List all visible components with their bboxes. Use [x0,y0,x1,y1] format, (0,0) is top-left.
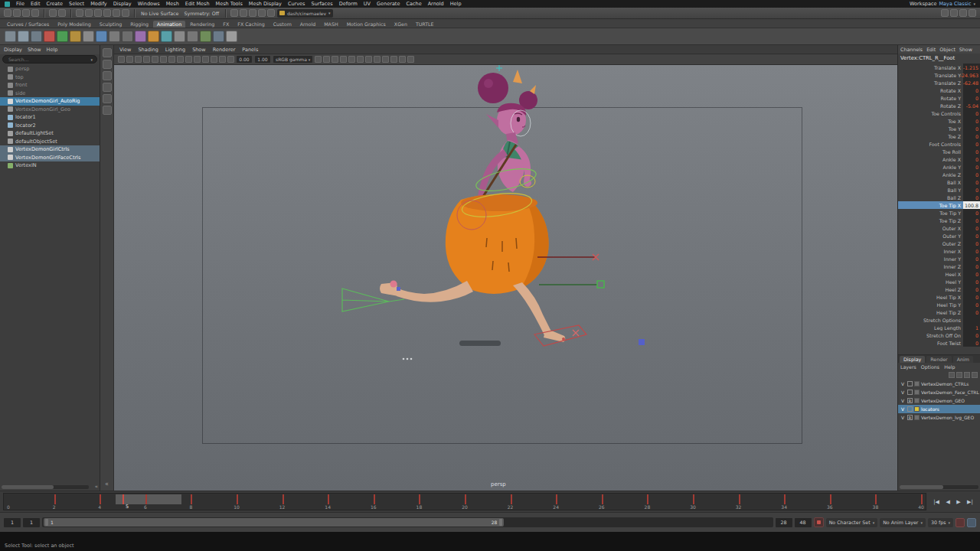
safe-title-icon[interactable] [227,56,234,63]
shelf-constraint-icon[interactable] [135,31,146,42]
channel-row[interactable]: Toe Tip X 100.8 [898,201,980,209]
channel-row[interactable]: Leg Length 1 [898,324,980,331]
channel-row[interactable]: Translate Z -62.48 [898,79,980,86]
channel-value[interactable]: 0 [963,155,980,163]
channel-label[interactable]: Heel Y [898,279,963,285]
channel-row[interactable]: Rotate Z -5.04 [898,102,980,109]
world-control-handle[interactable] [639,339,645,345]
set-key-button[interactable] [814,517,824,527]
outliner-search-input[interactable] [7,56,90,63]
snap-projected-center-icon[interactable] [103,9,111,17]
safe-action-icon[interactable] [219,56,226,63]
layer-visibility-toggle[interactable]: V [900,406,906,412]
channel-value[interactable]: 100.8 [963,201,980,209]
keyframe-tick[interactable] [830,494,831,504]
playhead[interactable] [122,494,124,504]
outliner-scrollbar[interactable] [2,485,89,489]
channel-row[interactable]: Heel Tip Z 0 [898,308,980,316]
channel-value[interactable]: 0 [963,140,980,148]
channel-row[interactable]: Inner Z 0 [898,262,980,270]
channel-label[interactable]: Ankle Y [898,165,963,170]
channel-value[interactable]: 0 [963,217,980,224]
channel-value[interactable]: 0 [963,224,980,232]
gamma-field[interactable]: 1.00 [255,56,270,63]
channel-value[interactable]: 0 [963,331,980,339]
channel-row[interactable]: Toe Controls 0 [898,109,980,117]
menubar-item[interactable]: Help [450,1,462,7]
snap-curve-icon[interactable] [85,9,93,17]
xray-icon[interactable] [399,56,406,63]
layer-color-swatch[interactable] [914,406,920,412]
shadows-icon[interactable] [348,56,355,63]
panel-collapse-icon[interactable]: « [105,481,109,487]
range-slider-track[interactable]: 1 28 [42,517,773,527]
keyframe-tick[interactable] [465,494,466,504]
keyframe-tick[interactable] [556,494,557,504]
isolate-select-icon[interactable] [390,56,397,63]
keyframe-tick[interactable] [419,494,420,504]
channel-value[interactable]: 0 [963,132,980,140]
channel-row[interactable]: Foot Twist 0 [898,339,980,347]
layer-color-swatch[interactable] [914,381,920,386]
menubar-item[interactable]: Surfaces [312,1,333,7]
shelf-ik-handle-icon[interactable] [148,31,159,42]
menubar-item[interactable]: Select [69,1,84,7]
shelf-time-editor-icon[interactable] [122,31,133,42]
channel-value[interactable]: 0 [963,278,980,285]
channel-label[interactable]: Toe Tip Z [898,218,963,223]
channel-row[interactable]: Inner X 0 [898,247,980,255]
motion-blur-icon[interactable] [365,56,372,63]
channel-row[interactable]: Heel Tip X 0 [898,293,980,301]
outliner-item[interactable]: VertexIN [0,161,100,170]
channel-row[interactable]: Foot Controls 0 [898,140,980,148]
layer-display-type-toggle[interactable] [907,406,913,412]
use-all-lights-icon[interactable] [340,56,347,63]
menubar-item[interactable]: Curves [288,1,305,7]
channel-row[interactable]: Ankle Z 0 [898,171,980,178]
new-scene-icon[interactable] [13,9,21,17]
outliner-item[interactable]: locator2 [0,122,100,130]
layer-visibility-toggle[interactable]: V [900,415,906,420]
channel-value[interactable]: 0 [963,186,980,194]
channel-value[interactable]: 0 [963,301,980,308]
menubar-item[interactable]: Edit [31,1,41,7]
shelf-set-breakdown-icon[interactable] [57,31,68,42]
panel-menu-item[interactable]: Renderer [213,47,236,53]
channel-value[interactable]: 0 [963,308,980,316]
viewport-canvas[interactable]: persp [114,65,897,491]
channel-label[interactable]: Toe Z [898,134,963,139]
keyframe-tick[interactable] [191,494,192,504]
image-plane-icon[interactable] [152,56,158,63]
menubar-item[interactable]: Display [113,1,132,7]
channel-value[interactable]: 0 [963,293,980,301]
make-live-icon[interactable] [122,9,129,17]
channel-row[interactable]: Toe Roll 0 [898,148,980,155]
fps-menu[interactable]: 30 fps ▾ [928,518,953,527]
outliner-item[interactable]: front [0,81,100,90]
rotate-tool-icon[interactable] [103,94,112,103]
move-tool-icon[interactable] [103,83,112,92]
select-tool-icon[interactable] [103,48,112,57]
shelf-tab[interactable]: Sculpting [96,21,126,28]
head-control-marker[interactable] [496,65,502,71]
select-camera-icon[interactable] [118,56,125,63]
channel-row[interactable]: Heel Y 0 [898,278,980,285]
save-scene-icon[interactable] [31,9,39,17]
layer-row[interactable]: V locators [898,405,980,413]
two-d-pan-zoom-icon[interactable] [160,56,167,63]
channel-value[interactable]: 0 [963,163,980,171]
channel-label[interactable]: Toe Tip Y [898,210,963,216]
open-scene-icon[interactable] [22,9,30,17]
channel-label[interactable]: Ball Y [898,187,963,193]
channel-label[interactable]: Translate Y [898,73,963,78]
layer-name[interactable]: VertexDemon_Face_CTRL [921,390,979,395]
shelf-tab[interactable]: Custom [270,21,296,28]
menubar-item[interactable]: File [16,1,24,7]
layer-color-swatch[interactable] [914,390,920,395]
snap-view-plane-icon[interactable] [113,9,120,17]
menubar-item[interactable]: Edit Mesh [185,1,210,7]
channel-label[interactable]: Foot Controls [898,142,963,147]
keyframe-tick[interactable] [283,494,284,504]
keyframe-tick[interactable] [875,494,877,504]
keyframe-tick[interactable] [54,494,56,504]
